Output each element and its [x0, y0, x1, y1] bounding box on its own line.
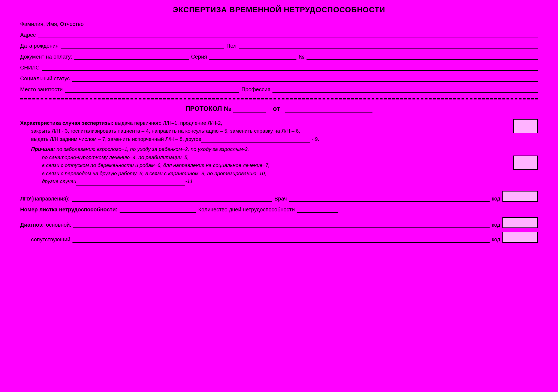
dob-label: Дата рождения: [20, 43, 59, 49]
characteristics-text3-end: - 9.: [310, 136, 319, 142]
protocol-row: ПРОТОКОЛ № от: [20, 105, 538, 113]
dashed-divider: [20, 98, 538, 99]
prichina-line1: Причина: по заболеванию взрослого–1, по …: [31, 145, 508, 153]
dob-pol-row: Дата рождения Пол: [20, 42, 538, 49]
seria-label: Серия: [191, 54, 207, 60]
prichina-bold: Причина:: [31, 146, 55, 152]
prichina-line4: в связи с переводом на другую работу–8, …: [42, 169, 508, 177]
pol-input-line[interactable]: [239, 42, 538, 49]
kod-box[interactable]: [502, 191, 538, 202]
characteristics-line1: Характеристика случая экспертизы: выдача…: [20, 119, 508, 127]
protocol-number-line[interactable]: [233, 106, 266, 113]
pol-label: Пол: [226, 43, 236, 49]
lpu-label-bold: ЛПУ: [20, 196, 31, 202]
diagnoz-label-bold: Диагноз:: [20, 222, 44, 228]
fio-label: Фамилия, Имя, Отчество: [20, 21, 84, 27]
professiya-input-line[interactable]: [272, 86, 538, 93]
prichina-other-line[interactable]: [76, 181, 185, 186]
kod-label: код: [492, 196, 500, 202]
dokument-label: Документ на оплату:: [20, 54, 72, 60]
adres-row: Адрес: [20, 32, 538, 38]
code-box-2[interactable]: [513, 156, 538, 170]
vrach-input-line[interactable]: [289, 195, 490, 202]
kolichestvo-label: Количество дней нетрудоспособности: [198, 206, 295, 213]
fio-row: Фамилия, Имя, Отчество: [20, 21, 538, 27]
status-row: Социальный статус: [20, 75, 538, 82]
characteristics-content: Характеристика случая экспертизы: выдача…: [20, 119, 538, 143]
characteristics-title-bold: Характеристика случая экспертизы:: [20, 120, 114, 126]
characteristics-block: Характеристика случая экспертизы: выдача…: [20, 119, 538, 186]
characteristics-line2: закрыть Л/Н - 3, госпитализировать пацие…: [31, 127, 508, 135]
page-title: ЭКСПЕРТИЗА ВРЕМЕННОЙ НЕТРУДОСПОСОБНОСТИ: [20, 5, 538, 14]
prichina-line2: по санаторно-курортному лечению–4, по ре…: [42, 153, 508, 161]
mesto-label: Место занятости: [20, 86, 63, 93]
lpu-row: ЛПУ(направления): Врач код: [20, 191, 538, 202]
soputstvuyuschiy-label: сопутствующий: [31, 236, 70, 243]
diagnoz-kod2-label: код: [492, 236, 500, 243]
dokument-input-line[interactable]: [74, 53, 189, 60]
status-input-line[interactable]: [72, 75, 538, 82]
fio-input-line[interactable]: [86, 21, 538, 27]
diagnoz-kod-box[interactable]: [502, 217, 538, 228]
nomer-seria-input-line[interactable]: [307, 53, 538, 60]
snils-label: СНИЛС: [20, 65, 40, 71]
dokument-row: Документ на оплату: Серия №: [20, 53, 538, 60]
code-box-1[interactable]: [513, 119, 538, 133]
diagnoz-kod2-box[interactable]: [502, 232, 538, 243]
snils-row: СНИЛС: [20, 64, 538, 71]
characteristics-text1: выдача первичного Л/Н–1, продление Л/Н-2…: [114, 120, 222, 126]
prichina-content: Причина: по заболеванию взрослого–1, по …: [20, 145, 538, 185]
nomer-listka-row: Номер листка нетрудоспособности: Количес…: [20, 206, 538, 213]
prichina-line2-text: по санаторно-курортному лечению–4, по ре…: [42, 154, 189, 160]
nomer-listka-input-line[interactable]: [120, 206, 196, 213]
mesto-input-line[interactable]: [65, 86, 239, 93]
diagnoz-soputstvuyuschiy-row: сопутствующий код: [31, 232, 538, 243]
page: ЭКСПЕРТИЗА ВРЕМЕННОЙ НЕТРУДОСПОСОБНОСТИ …: [20, 5, 538, 243]
nomer-seria-label: №: [299, 54, 304, 60]
diagnoz-kod-label: код: [492, 222, 500, 228]
lpu-input-line[interactable]: [72, 195, 272, 202]
prichina-line3-text: в связи с отпуском по беременности и род…: [42, 162, 270, 168]
prichina-line3: в связи с отпуском по беременности и род…: [42, 161, 508, 169]
prichina-line5-text: другие случаи: [42, 178, 76, 184]
kolichestvo-input-line[interactable]: [297, 206, 338, 213]
seria-input-line[interactable]: [209, 53, 296, 60]
diagnoz-soputstvuyuschiy-input-line[interactable]: [72, 236, 489, 243]
characteristics-line3: выдать Л/Н задним числом – 7, заменить и…: [31, 135, 508, 143]
snils-input-line[interactable]: [42, 64, 538, 71]
protocol-from-label: от: [273, 105, 280, 112]
prichina-text: по заболеванию взрослого–1, по уходу за …: [55, 146, 249, 152]
characteristics-text2: закрыть Л/Н - 3, госпитализировать пацие…: [31, 128, 300, 134]
prichina-line5-end: -11: [185, 178, 193, 184]
professiya-label: Профессия: [241, 86, 270, 93]
adres-label: Адрес: [20, 32, 36, 38]
diagnoz-osnovnoy-input-line[interactable]: [73, 221, 489, 228]
osnovnoy-label: основной:: [46, 222, 71, 228]
characteristics-other-line[interactable]: [201, 138, 310, 143]
diagnoz-osnovnoy-row: Диагноз: основной: код: [20, 217, 538, 228]
diagnoz-label: Диагноз:: [20, 222, 44, 228]
status-label: Социальный статус: [20, 75, 70, 82]
nomer-listka-label-bold: Номер листка нетрудоспособности:: [20, 206, 117, 212]
prichina-line4-text: в связи с переводом на другую работу–8, …: [42, 171, 266, 176]
lpu-sublabel: (направления):: [31, 196, 69, 202]
dob-input-line[interactable]: [61, 42, 224, 49]
protocol-date-line[interactable]: [285, 106, 372, 113]
prichina-line5: другие случаи-11: [42, 177, 508, 185]
mesto-row: Место занятости Профессия: [20, 86, 538, 93]
protocol-label: ПРОТОКОЛ №: [186, 105, 231, 112]
nomer-listka-label: Номер листка нетрудоспособности:: [20, 206, 117, 213]
lpu-label: ЛПУ(направления):: [20, 196, 69, 202]
adres-input-line[interactable]: [38, 32, 538, 38]
characteristics-text3: выдать Л/Н задним числом – 7, заменить и…: [31, 136, 201, 142]
vrach-label: Врач: [274, 196, 287, 202]
